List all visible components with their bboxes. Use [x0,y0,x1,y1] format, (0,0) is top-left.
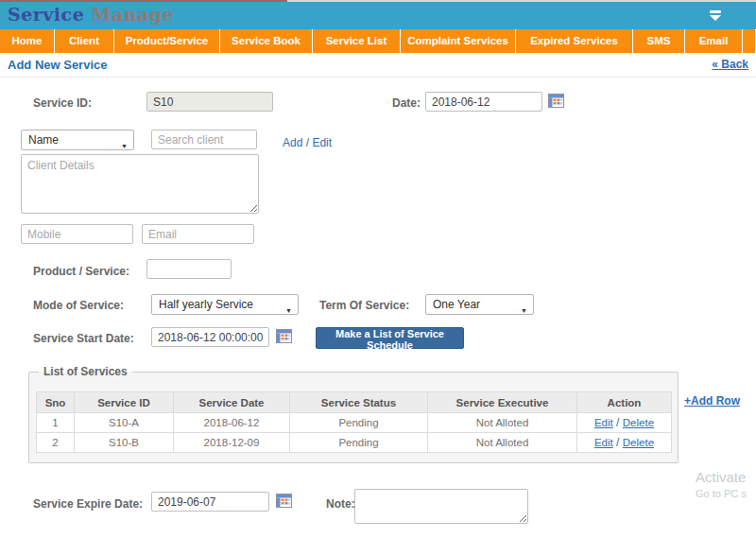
col-service-id: Service ID [75,392,174,413]
cell-action: Edit / Delete [577,413,672,433]
watermark-line2: Go to PC s [696,488,747,499]
date-field[interactable] [425,92,542,112]
cell-sno: 1 [37,413,75,433]
dropdown-icon-bar [710,10,721,13]
cell-sno: 2 [37,433,75,453]
table-row: 2 S10-B 2018-12-09 Pending Not Alloted E… [37,433,672,453]
mode-of-service-label: Mode of Service: [33,299,124,312]
col-action: Action [577,392,672,413]
nav-item-service-book[interactable]: Service Book [220,29,313,53]
nav-filler [743,29,756,53]
nav-item-service-list[interactable]: Service List [313,29,401,53]
cell-status: Pending [290,433,428,453]
email-field[interactable] [142,224,254,244]
calendar-icon[interactable] [276,494,292,508]
cell-service-date: 2018-12-09 [174,433,290,453]
mode-of-service-selected: Half yearly Service [159,298,253,311]
action-separator: / [613,416,623,429]
mobile-field[interactable] [21,224,133,244]
dropdown-icon[interactable] [709,10,722,24]
cell-service-id: S10-A [75,413,174,433]
action-separator: / [613,436,623,449]
col-service-executive: Service Executive [428,392,577,413]
mode-of-service-select[interactable]: Half yearly Service ▼ [151,294,299,315]
chevron-down-icon: ▼ [521,302,527,321]
app-header: Service Manage [0,2,756,29]
nav-item-client[interactable]: Client [55,29,114,53]
delete-link[interactable]: Delete [623,437,654,448]
page-title: Add New Service [8,58,108,72]
client-details-textarea[interactable] [21,154,259,214]
cell-service-date: 2018-06-12 [174,413,290,433]
note-textarea[interactable] [354,489,528,524]
back-link[interactable]: « Back [712,58,748,71]
services-table: Sno Service ID Service Date Service Stat… [36,391,672,453]
nav-item-product-service[interactable]: Product/Service [114,29,220,53]
col-service-date: Service Date [174,392,290,413]
cell-action: Edit / Delete [577,433,672,453]
services-table-header-row: Sno Service ID Service Date Service Stat… [37,392,672,413]
nav-item-email[interactable]: Email [685,29,743,53]
note-label: Note: [326,497,355,511]
list-of-services-legend: List of Services [39,365,132,378]
chevron-down-icon: ▼ [285,302,292,321]
term-of-service-selected: One Year [433,298,480,311]
cell-executive: Not Alloted [428,433,577,453]
service-start-date-label: Service Start Date: [33,332,134,345]
nav-item-complaint-services[interactable]: Complaint Services [401,29,516,53]
main-nav: Home Client Product/Service Service Book… [0,29,756,53]
watermark-line1: Activate [696,469,747,485]
service-id-label: Service ID: [33,96,92,110]
product-service-field[interactable] [146,259,232,279]
windows-activation-watermark: Activate Go to PC s [696,469,747,499]
add-edit-separator: / [302,136,312,149]
product-service-label: Product / Service: [33,265,129,278]
cell-service-id: S10-B [75,433,174,453]
make-list-button[interactable]: Make a List of Service Schedule [316,327,464,349]
delete-link[interactable]: Delete [623,417,654,428]
date-label: Date: [392,96,421,110]
nav-item-home[interactable]: Home [0,29,55,53]
term-of-service-label: Term Of Service: [319,299,409,312]
app-title-service: Service [8,4,84,25]
term-of-service-select[interactable]: One Year ▼ [425,294,534,315]
nav-item-expired-services[interactable]: Expired Services [516,29,633,53]
client-add-edit-links: Add / Edit [283,133,332,150]
app-title: Service Manage [8,4,174,25]
cell-status: Pending [290,413,428,433]
search-client-input[interactable] [151,130,257,149]
col-service-status: Service Status [290,392,428,413]
service-expire-date-field[interactable] [151,492,269,512]
nav-item-sms[interactable]: SMS [633,29,685,53]
calendar-icon[interactable] [548,94,564,108]
add-row-link[interactable]: +Add Row [684,394,740,408]
service-start-date-field[interactable] [151,327,269,347]
app-title-manage: Manage [84,4,174,25]
edit-link[interactable]: Edit [594,437,613,448]
search-type-selected: Name [28,133,59,147]
search-type-select[interactable]: Name ▼ [21,130,134,150]
service-id-field[interactable] [146,92,273,112]
edit-link[interactable]: Edit [594,417,613,428]
chevron-down-icon: ▼ [121,137,128,156]
cell-executive: Not Alloted [428,413,577,433]
table-row: 1 S10-A 2018-06-12 Pending Not Alloted E… [37,413,672,433]
col-sno: Sno [37,392,75,413]
heading-divider [0,77,756,78]
client-edit-link[interactable]: Edit [312,136,332,149]
service-manage-window: Service Manage Home Client Product/Servi… [0,0,756,538]
client-add-link[interactable]: Add [283,136,302,149]
calendar-icon[interactable] [276,329,292,343]
service-expire-date-label: Service Expire Date: [33,497,143,511]
dropdown-icon-triangle [710,15,721,21]
